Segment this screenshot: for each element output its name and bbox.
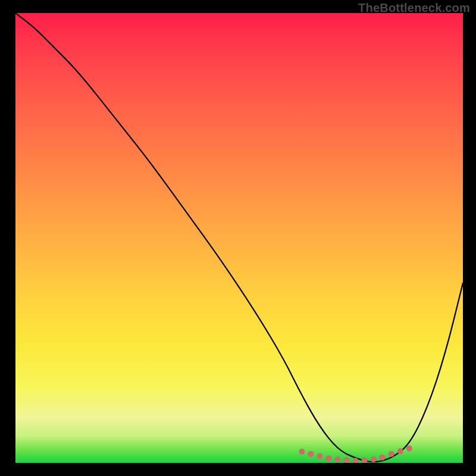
marker-dot <box>325 455 331 461</box>
marker-dot <box>371 456 377 462</box>
marker-dot <box>380 455 386 461</box>
marker-dot <box>389 451 394 457</box>
marker-dot <box>344 458 350 464</box>
bottleneck-curve-line <box>15 13 463 462</box>
plot-area <box>15 13 463 463</box>
chart-container: TheBottleneck.com <box>0 0 476 476</box>
marker-dot <box>397 448 403 454</box>
marker-dot <box>406 446 412 452</box>
optimal-range-markers <box>299 446 412 463</box>
marker-dot <box>308 451 314 457</box>
marker-dot <box>317 453 322 459</box>
chart-svg <box>15 13 463 463</box>
marker-dot <box>334 456 340 462</box>
marker-dot <box>299 449 305 455</box>
marker-dot <box>362 458 368 464</box>
